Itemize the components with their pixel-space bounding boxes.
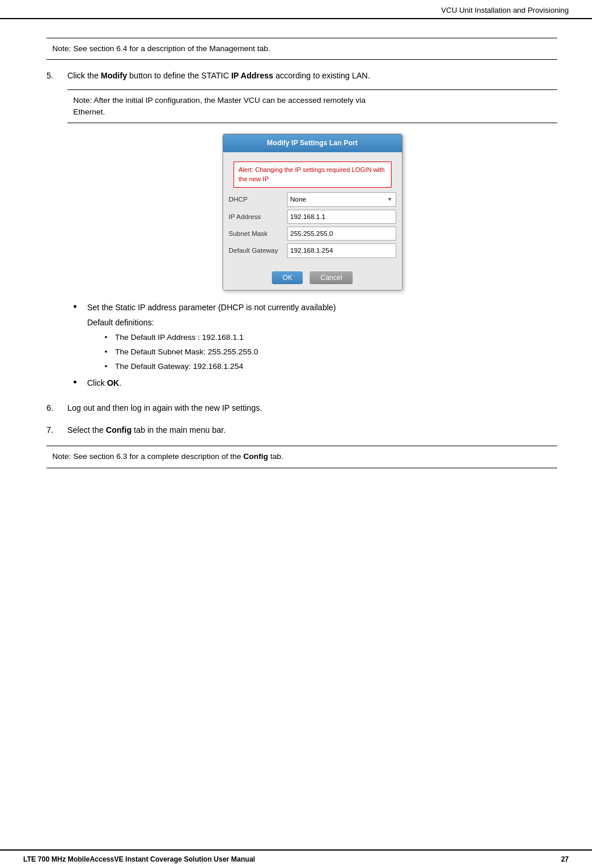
sub-bullet-item-2: • The Default Gateway: 192.168.1.254 bbox=[105, 360, 336, 373]
step7-bold: Config bbox=[106, 425, 131, 435]
note2-line1: Note: After the initial IP configuration… bbox=[73, 95, 551, 106]
dialog-row-3: Default Gateway 192.168.1.254 bbox=[229, 243, 396, 257]
sub-bullet-text-2: The Default Gateway: 192.168.1.254 bbox=[115, 360, 243, 373]
dialog-body: Alert: Changing the IP settings required… bbox=[223, 152, 402, 265]
dialog-title: Modify IP Settings Lan Port bbox=[223, 134, 402, 152]
bullet-item-1: • Set the Static IP address parameter (D… bbox=[73, 301, 557, 375]
bullet-item-1-content: Set the Static IP address parameter (DHC… bbox=[87, 301, 336, 375]
sub-bullet-dot-2: • bbox=[105, 360, 112, 373]
dialog-input-2: 255.255.255.0 bbox=[287, 227, 396, 241]
bullet-item-2: • Click OK. bbox=[73, 376, 557, 389]
step6-text: Log out and then log in again with the n… bbox=[67, 403, 262, 413]
sub-bullet-dot-0: • bbox=[105, 331, 112, 344]
bullet-item-2-content: Click OK. bbox=[87, 376, 121, 389]
footer-left: LTE 700 MHz MobileAccessVE Instant Cover… bbox=[23, 855, 255, 863]
step-7: 7. Select the Config tab in the main men… bbox=[46, 424, 557, 436]
step6-content: Log out and then log in again with the n… bbox=[67, 401, 557, 414]
step5-num: 5. bbox=[46, 69, 62, 392]
page-footer: LTE 700 MHz MobileAccessVE Instant Cover… bbox=[0, 849, 592, 868]
note-box-1: Note: See section 6.4 for a description … bbox=[46, 38, 557, 60]
dialog-label-3: Default Gateway bbox=[229, 245, 287, 256]
dialog-label-1: IP Address bbox=[229, 211, 287, 222]
bullet-dot-1: • bbox=[73, 301, 82, 375]
dialog-label-2: Subnet Mask bbox=[229, 228, 287, 239]
sub-bullet-dot-1: • bbox=[105, 346, 112, 358]
note2-line2: Ethernet. bbox=[73, 106, 551, 118]
bullet-list: • Set the Static IP address parameter (D… bbox=[73, 301, 557, 390]
dialog-input-0: None ▼ bbox=[287, 192, 396, 206]
dialog-image-container: Modify IP Settings Lan Port Alert: Chang… bbox=[67, 134, 557, 290]
step5-text: Click the Modify button to define the ST… bbox=[67, 69, 557, 82]
sub-bullet-text-0: The Default IP Address : 192.168.1.1 bbox=[115, 331, 243, 344]
dialog-footer: OK Cancel bbox=[223, 266, 402, 290]
note1-text: Note: See section 6.4 for a description … bbox=[52, 44, 270, 53]
page-header: VCU Unit Installation and Provisioning bbox=[0, 0, 592, 19]
dialog-row-1: IP Address 192.168.1.1 bbox=[229, 210, 396, 224]
step5-content: Click the Modify button to define the ST… bbox=[67, 69, 557, 392]
dialog-mock: Modify IP Settings Lan Port Alert: Chang… bbox=[223, 134, 403, 290]
sub-bullet-item-0: • The Default IP Address : 192.168.1.1 bbox=[105, 331, 336, 344]
header-title: VCU Unit Installation and Provisioning bbox=[441, 6, 569, 15]
step5-bold1: Modify bbox=[101, 71, 127, 80]
dialog-row-2: Subnet Mask 255.255.255.0 bbox=[229, 227, 396, 241]
dropdown-arrow-icon: ▼ bbox=[388, 195, 393, 203]
dialog-input-3: 192.168.1.254 bbox=[287, 243, 396, 257]
bullet-item-1-text: Set the Static IP address parameter (DHC… bbox=[87, 303, 336, 312]
step-6: 6. Log out and then log in again with th… bbox=[46, 401, 557, 414]
note-box-2: Note: After the initial IP configuration… bbox=[67, 89, 557, 124]
sub-bullet-list: • The Default IP Address : 192.168.1.1 •… bbox=[105, 331, 336, 372]
step-5: 5. Click the Modify button to define the… bbox=[46, 69, 557, 392]
page-content: Note: See section 6.4 for a description … bbox=[0, 19, 592, 510]
bullet-item-2-bold: OK bbox=[107, 378, 119, 388]
dialog-ok-button[interactable]: OK bbox=[272, 271, 303, 284]
footer-page-number: 27 bbox=[561, 855, 569, 863]
dialog-input-1: 192.168.1.1 bbox=[287, 210, 396, 224]
dialog-row-0: DHCP None ▼ bbox=[229, 192, 396, 206]
sub-bullet-text-1: The Default Subnet Mask: 255.255.255.0 bbox=[115, 346, 258, 358]
sub-bullet-item-1: • The Default Subnet Mask: 255.255.255.0 bbox=[105, 346, 336, 358]
step6-num: 6. bbox=[46, 401, 62, 414]
sub-label: Default definitions: bbox=[87, 316, 336, 329]
step7-num: 7. bbox=[46, 424, 62, 436]
dialog-label-0: DHCP bbox=[229, 194, 287, 205]
dialog-alert: Alert: Changing the IP settings required… bbox=[234, 162, 392, 188]
step5-bold2: IP Address bbox=[231, 71, 273, 80]
dialog-cancel-button[interactable]: Cancel bbox=[310, 271, 352, 284]
bullet-dot-2: • bbox=[73, 376, 82, 389]
note3-bold: Config bbox=[243, 452, 268, 461]
step7-content: Select the Config tab in the main menu b… bbox=[67, 424, 557, 436]
note-box-3: Note: See section 6.3 for a complete des… bbox=[46, 446, 557, 468]
